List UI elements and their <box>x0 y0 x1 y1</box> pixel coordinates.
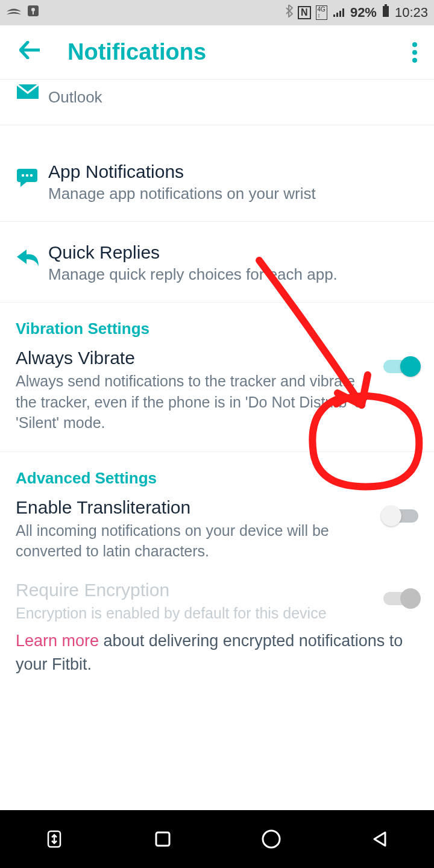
app-notifications-subtitle: Manage app notifications on your wrist <box>48 183 421 204</box>
maps-icon <box>27 4 40 21</box>
transliteration-desc: All incoming notifications on your devic… <box>16 520 373 562</box>
transliteration-toggle[interactable] <box>383 509 418 523</box>
encryption-toggle <box>383 592 418 605</box>
app-bar: Notifications <box>0 25 434 80</box>
svg-rect-2 <box>383 6 389 17</box>
setting-encryption: Require Encryption Encryption is enabled… <box>0 573 434 627</box>
content-area: ▬▬▬▬ Outlook App Notifications Manage ap… <box>0 80 434 701</box>
nfc-icon: N <box>298 6 311 19</box>
nav-home-button[interactable] <box>258 826 285 852</box>
learn-more-link[interactable]: Learn more <box>16 632 99 650</box>
setting-transliteration: Enable Transliteration All incoming noti… <box>0 490 434 573</box>
transliteration-title: Enable Transliteration <box>16 497 373 518</box>
nav-back-button[interactable] <box>366 826 393 852</box>
svg-point-7 <box>26 174 28 177</box>
quick-replies-title: Quick Replies <box>48 242 421 263</box>
learn-more-text: Learn more about delivering encrypted no… <box>0 627 434 700</box>
battery-percent: 92% <box>350 5 377 20</box>
setting-always-vibrate: Always Vibrate Always send notifications… <box>0 341 434 452</box>
emails-title: ▬▬▬▬ <box>48 80 421 86</box>
overflow-menu-button[interactable] <box>409 37 421 68</box>
network-4g-icon: 4G↕ <box>316 5 327 20</box>
svg-rect-3 <box>385 4 387 6</box>
quick-replies-subtitle: Manage quick reply choices for each app. <box>48 264 421 285</box>
clock: 10:23 <box>395 5 428 20</box>
always-vibrate-title: Always Vibrate <box>16 348 373 368</box>
back-button[interactable] <box>13 37 46 68</box>
emails-subtitle: Outlook <box>48 87 421 108</box>
system-nav-bar <box>0 810 434 868</box>
mail-icon <box>16 76 48 106</box>
bluetooth-icon <box>285 4 293 21</box>
svg-point-1 <box>31 8 35 11</box>
list-item-app-notifications[interactable]: App Notifications Manage app notificatio… <box>0 125 434 221</box>
encryption-desc: Encryption is enabled by default for thi… <box>16 603 373 624</box>
battery-icon <box>382 4 390 21</box>
carrier-icon <box>6 5 22 20</box>
svg-point-6 <box>22 174 24 177</box>
list-item-quick-replies[interactable]: Quick Replies Manage quick reply choices… <box>0 222 434 303</box>
always-vibrate-toggle[interactable] <box>383 360 418 373</box>
reply-icon <box>16 242 48 272</box>
signal-icon <box>332 5 345 20</box>
nav-recents-button[interactable] <box>149 826 176 852</box>
list-item-emails[interactable]: ▬▬▬▬ Outlook <box>0 80 434 125</box>
always-vibrate-desc: Always send notifications to the tracker… <box>16 371 373 433</box>
svg-point-8 <box>30 174 33 177</box>
nav-expand-button[interactable] <box>41 826 68 852</box>
section-vibration-settings: Vibration Settings <box>0 303 434 341</box>
page-title: Notifications <box>68 39 206 65</box>
app-notifications-title: App Notifications <box>48 162 421 182</box>
status-bar: N 4G↕ 92% 10:23 <box>0 0 434 25</box>
chat-icon <box>16 162 48 192</box>
encryption-title: Require Encryption <box>16 580 373 600</box>
svg-rect-10 <box>156 832 169 846</box>
svg-point-11 <box>263 831 280 848</box>
section-advanced-settings: Advanced Settings <box>0 452 434 490</box>
